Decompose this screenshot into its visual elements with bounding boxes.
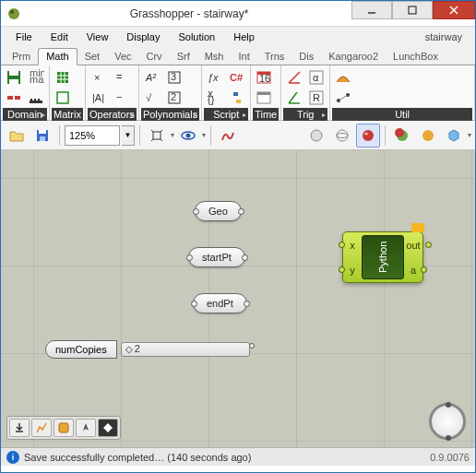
param-geo[interactable]: Geo bbox=[195, 201, 242, 221]
slider-numcopies[interactable]: numCopies ◇ 2 bbox=[45, 339, 250, 360]
preview-wireframe-button[interactable] bbox=[330, 124, 354, 148]
dock-profiler-icon[interactable] bbox=[31, 419, 52, 437]
menu-edit[interactable]: Edit bbox=[42, 30, 77, 44]
svg-point-58 bbox=[363, 130, 374, 141]
svg-point-55 bbox=[311, 130, 322, 141]
svg-rect-51 bbox=[40, 136, 45, 141]
compass-icon[interactable] bbox=[429, 403, 466, 440]
tab-msh[interactable]: Msh bbox=[197, 49, 232, 65]
domain-deconstruct-icon[interactable] bbox=[3, 88, 25, 108]
svg-point-57 bbox=[337, 133, 348, 137]
output-out[interactable]: out bbox=[406, 240, 420, 251]
tab-dis[interactable]: Dis bbox=[292, 49, 321, 65]
op-multiply-icon[interactable]: × bbox=[88, 67, 110, 88]
script-python-icon[interactable] bbox=[226, 88, 248, 108]
expand-icon[interactable]: ▸ bbox=[131, 111, 135, 119]
window-title: Grasshopper - stairway* bbox=[27, 7, 351, 20]
output-a[interactable]: a bbox=[411, 265, 416, 276]
input-y[interactable]: y bbox=[350, 265, 355, 276]
svg-text:2: 2 bbox=[171, 91, 176, 102]
trig-angle2-icon[interactable] bbox=[283, 88, 305, 108]
preview-mesh-button[interactable] bbox=[416, 124, 440, 148]
python-component[interactable]: x y Python out a bbox=[342, 231, 423, 283]
expand-icon[interactable]: ▸ bbox=[322, 111, 326, 119]
dock-download-icon[interactable] bbox=[9, 419, 30, 437]
minimize-button[interactable] bbox=[351, 1, 392, 19]
tab-srf[interactable]: Srf bbox=[170, 49, 197, 65]
input-x[interactable]: x bbox=[350, 240, 355, 251]
canvas[interactable]: Geo startPt endPt numCopies ◇ 2 x y Pyth… bbox=[1, 150, 475, 447]
menu-file[interactable]: File bbox=[6, 30, 42, 44]
svg-rect-15 bbox=[34, 99, 36, 103]
svg-rect-3 bbox=[409, 6, 416, 14]
svg-rect-50 bbox=[39, 130, 46, 134]
time-now-icon[interactable] bbox=[253, 88, 275, 108]
domain-construct-icon[interactable] bbox=[3, 67, 25, 88]
poly-cube-icon[interactable]: 3 bbox=[163, 67, 185, 88]
expand-icon[interactable]: ▸ bbox=[194, 111, 197, 119]
canvas-dock bbox=[6, 416, 121, 440]
ribbon-label: Script bbox=[213, 109, 239, 120]
param-startpt[interactable]: startPt bbox=[188, 247, 245, 267]
tab-lunchbox[interactable]: LunchBox bbox=[386, 49, 446, 65]
maximize-button[interactable] bbox=[392, 1, 433, 19]
trig-alpha-icon[interactable]: α bbox=[305, 67, 327, 88]
tab-kangaroo2[interactable]: Kangaroo2 bbox=[321, 49, 386, 65]
category-tabs: Prm Math Set Vec Crv Srf Msh Int Trns Di… bbox=[1, 47, 475, 65]
save-button[interactable] bbox=[30, 124, 54, 148]
poly-power-icon[interactable]: A² bbox=[141, 67, 163, 88]
ribbon-label: Polynomials bbox=[143, 109, 197, 120]
domain-consecutive-icon[interactable] bbox=[25, 88, 47, 108]
tab-crv[interactable]: Crv bbox=[139, 49, 170, 65]
view-button[interactable] bbox=[176, 124, 200, 148]
expand-icon[interactable]: ▸ bbox=[42, 111, 45, 119]
svg-rect-41 bbox=[257, 92, 270, 95]
ribbon-label: Trig bbox=[297, 109, 315, 120]
zoom-dropdown[interactable]: ▼ bbox=[122, 125, 135, 146]
poly-square-icon[interactable]: 2 bbox=[163, 88, 185, 108]
tab-set[interactable]: Set bbox=[77, 49, 108, 65]
tab-int[interactable]: Int bbox=[231, 49, 256, 65]
param-endpt[interactable]: endPt bbox=[193, 293, 247, 313]
menu-view[interactable]: View bbox=[77, 30, 118, 44]
util-curve-icon[interactable] bbox=[332, 67, 354, 88]
poly-sqrt-icon[interactable]: √ bbox=[141, 88, 163, 108]
menu-help[interactable]: Help bbox=[224, 30, 264, 44]
script-eval-icon[interactable]: x{} bbox=[204, 88, 226, 108]
svg-point-1 bbox=[10, 10, 14, 14]
tab-math[interactable]: Math bbox=[38, 48, 77, 65]
preview-settings-button[interactable] bbox=[442, 124, 466, 148]
tab-vec[interactable]: Vec bbox=[107, 49, 138, 65]
preview-off-button[interactable] bbox=[304, 124, 328, 148]
svg-text:{}: {} bbox=[208, 94, 215, 105]
time-calendar-icon[interactable]: 16 bbox=[253, 67, 275, 88]
script-csharp-icon[interactable]: C# bbox=[226, 67, 248, 88]
op-minus-icon[interactable]: − bbox=[110, 88, 132, 108]
expand-icon[interactable]: ▸ bbox=[243, 111, 246, 119]
menu-display[interactable]: Display bbox=[117, 30, 169, 44]
dock-markov-icon[interactable] bbox=[98, 419, 118, 437]
svg-rect-64 bbox=[59, 423, 68, 432]
tab-prm[interactable]: Prm bbox=[5, 49, 38, 65]
domain-bounds-icon[interactable]: minmax bbox=[25, 67, 47, 88]
preview-shaded-button[interactable] bbox=[356, 124, 380, 148]
zoom-input[interactable]: 125% bbox=[65, 125, 120, 146]
trig-angle-icon[interactable] bbox=[283, 67, 305, 88]
matrix-deconstruct-icon[interactable] bbox=[52, 88, 74, 108]
zoom-extents-button[interactable] bbox=[145, 124, 169, 148]
close-button[interactable] bbox=[433, 1, 475, 19]
op-abs-icon[interactable]: |A| bbox=[88, 88, 110, 108]
dock-cluster-icon[interactable] bbox=[54, 419, 74, 437]
trig-r-icon[interactable]: R bbox=[305, 88, 327, 108]
sketch-button[interactable] bbox=[216, 124, 240, 148]
matrix-construct-icon[interactable] bbox=[52, 67, 74, 88]
open-button[interactable] bbox=[5, 124, 29, 148]
menu-solution[interactable]: Solution bbox=[169, 30, 224, 44]
preview-selected-button[interactable] bbox=[390, 124, 414, 148]
util-interp-icon[interactable] bbox=[332, 88, 354, 108]
dock-compass-icon[interactable] bbox=[76, 419, 96, 437]
script-fx-icon[interactable]: ƒx bbox=[204, 67, 226, 88]
op-equals-icon[interactable]: = bbox=[110, 67, 132, 88]
tab-trns[interactable]: Trns bbox=[257, 49, 292, 65]
title-bar: Grasshopper - stairway* bbox=[1, 1, 475, 27]
